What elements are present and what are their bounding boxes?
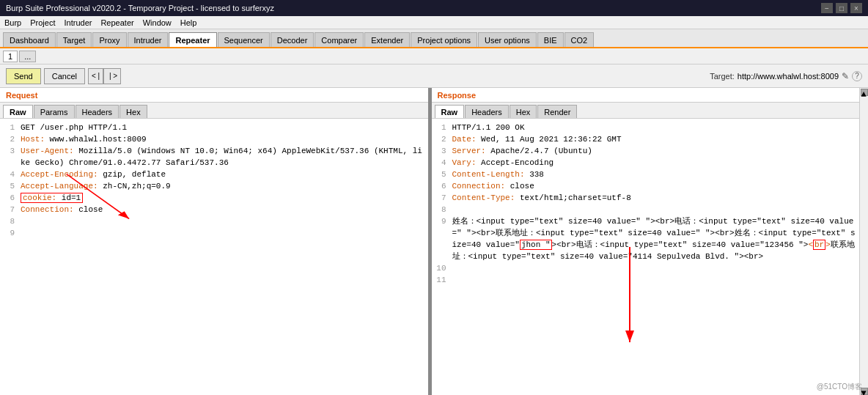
- tab-repeater[interactable]: Repeater: [169, 32, 216, 47]
- target-url: http://www.whalwl.host:8009: [738, 72, 839, 81]
- repeater-tab-1[interactable]: 1: [3, 51, 18, 62]
- toolbar: Send Cancel < | | > Target: http://www.w…: [0, 64, 868, 88]
- tab-proxy[interactable]: Proxy: [92, 32, 126, 47]
- response-line-4: 4 Vary: Accept-Encoding: [435, 157, 857, 169]
- tab-co2[interactable]: CO2: [564, 32, 595, 47]
- response-line-3: 3 Server: Apache/2.4.7 (Ubuntu): [435, 145, 857, 157]
- tab-decoder[interactable]: Decoder: [271, 32, 315, 47]
- back-button[interactable]: < |: [88, 68, 103, 84]
- minimize-button[interactable]: −: [821, 3, 833, 13]
- menu-project[interactable]: Project: [29, 18, 56, 27]
- response-line-2: 2 Date: Wed, 11 Aug 2021 12:36:22 GMT: [435, 133, 857, 145]
- app-title: Burp Suite Professional v2020.2 - Tempor…: [6, 4, 274, 12]
- tab-user-options[interactable]: User options: [478, 32, 537, 47]
- window-controls[interactable]: − □ ×: [821, 3, 862, 13]
- main-content: Request Raw Params Headers Hex 1 GET /us…: [0, 88, 868, 395]
- title-bar: Burp Suite Professional v2020.2 - Tempor…: [0, 0, 868, 16]
- close-button[interactable]: ×: [850, 3, 862, 13]
- send-button[interactable]: Send: [6, 68, 41, 84]
- response-line-6: 6 Connection: close: [435, 180, 857, 192]
- response-tab-headers[interactable]: Headers: [465, 105, 509, 118]
- menu-help[interactable]: Help: [179, 18, 199, 27]
- menu-bar: Burp Project Intruder Repeater Window He…: [0, 16, 868, 29]
- edit-target-button[interactable]: ✎: [842, 71, 849, 81]
- response-panel-header: Response: [432, 88, 860, 103]
- request-tab-hex[interactable]: Hex: [119, 105, 147, 118]
- response-tab-raw[interactable]: Raw: [435, 105, 465, 118]
- navigation-buttons: < | | >: [88, 68, 121, 84]
- maximize-button[interactable]: □: [836, 3, 847, 13]
- menu-window[interactable]: Window: [141, 18, 173, 27]
- tab-project-options[interactable]: Project options: [411, 32, 477, 47]
- request-line-1: 1 GET /user.php HTTP/1.1: [3, 122, 425, 133]
- response-line-8: 8: [435, 204, 857, 215]
- request-line-3: 3 User-Agent: Mozilla/5.0 (Windows NT 10…: [3, 145, 425, 169]
- response-panel-tabs: Raw Headers Hex Render: [432, 103, 860, 119]
- menu-burp[interactable]: Burp: [3, 18, 23, 27]
- response-content[interactable]: 1 HTTP/1.1 200 OK 2 Date: Wed, 11 Aug 20…: [432, 119, 860, 395]
- response-line-1: 1 HTTP/1.1 200 OK: [435, 122, 857, 133]
- request-line-8: 8: [3, 215, 425, 227]
- response-line-11: 11: [435, 274, 857, 286]
- response-tab-hex[interactable]: Hex: [510, 105, 537, 118]
- tab-comparer[interactable]: Comparer: [315, 32, 364, 47]
- help-button[interactable]: ?: [852, 71, 862, 81]
- menu-repeater[interactable]: Repeater: [99, 18, 135, 27]
- tab-dashboard[interactable]: Dashboard: [3, 32, 56, 47]
- tab-target[interactable]: Target: [56, 32, 92, 47]
- repeater-tab-new[interactable]: ...: [19, 51, 36, 62]
- repeater-subtab-bar: 1 ...: [0, 48, 868, 64]
- menu-intruder[interactable]: Intruder: [63, 18, 94, 27]
- request-tab-headers[interactable]: Headers: [76, 105, 119, 118]
- response-line-9: 9 姓名：<input type="text" size=40 value=" …: [435, 215, 857, 262]
- response-line-5: 5 Content-Length: 338: [435, 169, 857, 180]
- scrollbar-up-arrow[interactable]: ▲: [861, 89, 868, 96]
- watermark: @51CTO博客: [817, 382, 862, 392]
- request-line-2: 2 Host: www.whalwl.host:8009: [3, 133, 425, 145]
- main-tab-bar: Dashboard Target Proxy Intruder Repeater…: [0, 29, 868, 48]
- response-panel: Response Raw Headers Hex Render 1 HTTP/1…: [432, 88, 860, 395]
- request-tab-raw[interactable]: Raw: [3, 105, 33, 118]
- request-line-4: 4 Accept-Encoding: gzip, deflate: [3, 169, 425, 180]
- response-tab-render[interactable]: Render: [537, 105, 577, 118]
- cancel-button[interactable]: Cancel: [44, 68, 85, 84]
- request-panel: Request Raw Params Headers Hex 1 GET /us…: [0, 88, 430, 395]
- request-panel-header: Request: [0, 88, 428, 103]
- tab-extender[interactable]: Extender: [364, 32, 410, 47]
- target-label: Target:: [710, 72, 735, 81]
- tab-intruder[interactable]: Intruder: [128, 32, 169, 47]
- response-line-7: 7 Content-Type: text/html;charset=utf-8: [435, 192, 857, 204]
- tab-bie[interactable]: BIE: [537, 32, 564, 47]
- request-panel-tabs: Raw Params Headers Hex: [0, 103, 428, 119]
- request-content[interactable]: 1 GET /user.php HTTP/1.1 2 Host: www.wha…: [0, 119, 428, 395]
- response-scrollbar[interactable]: ▲ ▼: [859, 88, 868, 395]
- request-line-5: 5 Accept-Language: zh-CN,zh;q=0.9: [3, 180, 425, 192]
- request-line-9: 9: [3, 227, 425, 239]
- request-tab-params[interactable]: Params: [34, 105, 75, 118]
- request-line-6: 6 cookie: id=1: [3, 192, 425, 204]
- forward-button[interactable]: | >: [103, 68, 121, 84]
- target-info: Target: http://www.whalwl.host:8009 ✎ ?: [710, 71, 862, 81]
- request-line-7: 7 Connection: close: [3, 204, 425, 215]
- response-line-10: 10: [435, 262, 857, 274]
- tab-sequencer[interactable]: Sequencer: [218, 32, 270, 47]
